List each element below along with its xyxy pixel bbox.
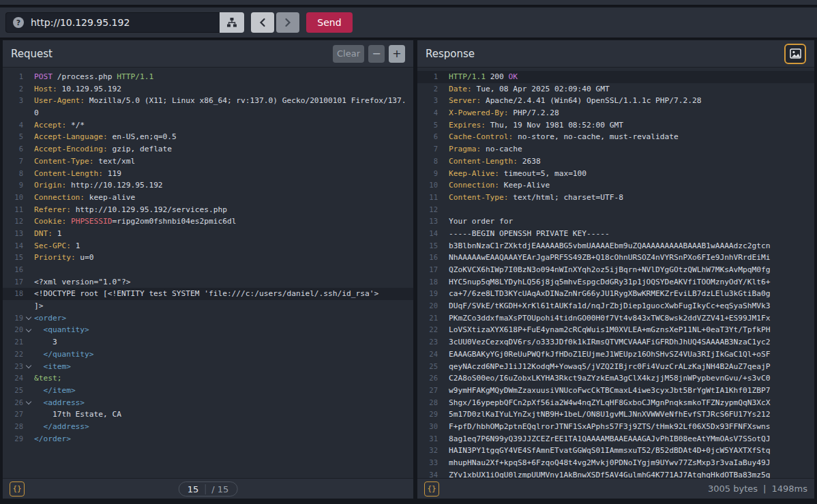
line-number: 19: [417, 288, 438, 300]
response-editor[interactable]: 1HTTP/1.1 200 OK2Date: Tue, 08 Apr 2025 …: [417, 68, 814, 478]
token: Apache/2.4.41 (Win64) OpenSSL/1.1.1c PHP…: [481, 96, 701, 105]
line-number: 11: [417, 192, 438, 204]
fold-spacer: [438, 469, 449, 478]
code-text: X-Powered-By: PHP/7.2.28: [449, 107, 814, 119]
line-number: 22: [417, 324, 438, 336]
code-text: LoVSXtizaXYX618P+FuE4ynam2cRCqWuis1M0XVL…: [449, 324, 814, 336]
pager-current[interactable]: 15: [188, 484, 206, 494]
font-increase-button[interactable]: +: [389, 45, 405, 63]
fold-spacer: [23, 155, 34, 168]
token: Pragma:: [449, 145, 481, 153]
line-number: 32: [417, 445, 438, 457]
fold-spacer: [23, 119, 34, 132]
window-top-strip: [0, 0, 817, 6]
code-text: qeyNAczd6NPeJ1iJ12KodqM+Yowaq5/jVZQ2IBjr…: [449, 361, 814, 373]
clear-button[interactable]: Clear: [333, 45, 364, 63]
token: 200: [486, 72, 509, 81]
code-text: EAAAGBAKyYGj0ReUuPWQfkJfHDoZ1EUjmeJ1WEUp…: [449, 349, 814, 361]
url-text[interactable]: http://10.129.95.192: [31, 17, 130, 28]
line-number: 14: [417, 228, 438, 240]
code-line: 26C2A8oS00eo/I6uZobxLKYHA3Rkct9aZYzkEmA3…: [417, 372, 814, 385]
request-pager[interactable]: 15 / 15: [179, 481, 238, 496]
fold-caret-icon[interactable]: [23, 312, 34, 325]
code-line: 3User-Agent: Mozilla/5.0 (X11; Linux x86…: [3, 95, 413, 107]
token: Mozilla/5.0 (X11; Linux x86_64; rv:137.0…: [85, 96, 406, 105]
font-decrease-button[interactable]: −: [368, 45, 385, 63]
token: DNT:: [34, 229, 53, 238]
history-back-button[interactable]: [251, 12, 274, 33]
code-line: 22LoVSXtizaXYX618P+FuE4ynam2cRCqWuis1M0X…: [417, 324, 814, 336]
token: 119: [103, 169, 121, 178]
line-number: 17: [417, 264, 438, 276]
prettify-request-button[interactable]: {}: [10, 481, 25, 496]
token: <item>: [34, 362, 71, 371]
history-forward-button[interactable]: [276, 12, 299, 33]
fold-spacer: [438, 168, 449, 180]
token: 8ag1eq7P6N99yQ39JJZCEZrEE1TA1QAAAAMBAAEA…: [449, 434, 770, 443]
code-text: <quantity>: [34, 324, 413, 336]
token: Cache-Control:: [449, 132, 513, 141]
fold-spacer: [438, 349, 449, 361]
fold-spacer: [438, 228, 449, 240]
token: NhAAAAAwEAAQAAAYEArJgaPRF5S49ZB+Q18cOhnU…: [449, 253, 770, 262]
line-number: 12: [417, 204, 438, 216]
line-number: 19: [3, 312, 23, 325]
url-input[interactable]: ? http://10.129.95.192: [5, 12, 220, 33]
code-line: 27w9ymHFAKgMQyDWmZzaxuusiVNUcoFwcCkTBCma…: [417, 385, 814, 397]
fold-spacer: [438, 71, 449, 83]
fold-spacer: [23, 71, 34, 83]
line-number: 15: [417, 240, 438, 252]
help-icon[interactable]: ?: [13, 17, 24, 28]
code-line: 33mhupHNau2Xf+kpqS8+6FzqoQ48t4vg2Mvkj0PD…: [417, 457, 814, 469]
code-text: 0: [34, 107, 413, 119]
line-number: 7: [3, 155, 23, 168]
token: C2A8oS00eo/I6uZobxLKYHA3Rkct9aZYzkEmA3gC…: [449, 374, 770, 383]
code-line: 4Accept: */*: [3, 119, 413, 132]
code-line: 0: [3, 107, 413, 119]
token: Referer:: [34, 205, 71, 214]
code-text: Sec-GPC: 1: [34, 240, 413, 252]
fold-caret-icon[interactable]: [23, 324, 34, 336]
code-text: [449, 204, 814, 216]
code-text: DNT: 1: [34, 228, 413, 240]
fold-spacer: [23, 372, 34, 385]
send-button[interactable]: Send: [306, 12, 353, 33]
line-number: 34: [417, 469, 438, 478]
token: 3: [34, 338, 57, 346]
fold-spacer: [438, 83, 449, 95]
token: </quantity>: [34, 350, 94, 359]
line-number: 26: [417, 372, 438, 385]
code-line: 233cUU0VezCezxqDV6rs/o333JDf0k1kIRmsQTVM…: [417, 336, 814, 349]
code-text: </address>: [34, 421, 413, 433]
sitemap-button[interactable]: [220, 12, 244, 33]
token: HYC5nup5qM8LYDyhLQ56j8jq5mhvEspgcDdGRy31…: [449, 278, 770, 286]
code-line: 8Content-Length: 119: [3, 168, 413, 180]
code-text: Content-Type: text/html; charset=UTF-8: [449, 192, 814, 204]
token: PKmZCo3ddxfmaXsPTOUpohi4tidnGO00H0f7Vt4v…: [449, 314, 770, 323]
code-text: Content-Length: 119: [34, 168, 413, 180]
token: Your order for: [449, 217, 513, 226]
line-number: 8: [417, 155, 438, 168]
line-number: 5: [417, 119, 438, 132]
code-line: 7Content-Type: text/xml: [3, 155, 413, 168]
line-number: 31: [417, 433, 438, 445]
render-image-button[interactable]: [784, 44, 806, 64]
token: http://10.129.95.192: [66, 181, 162, 190]
token: HTTP/1.1: [117, 72, 153, 81]
code-text: -----BEGIN OPENSSH PRIVATE KEY-----: [449, 228, 814, 240]
line-number: 3: [3, 95, 23, 107]
fold-spacer: [23, 300, 34, 312]
code-text: Server: Apache/2.4.41 (Win64) OpenSSL/1.…: [449, 95, 814, 107]
fold-caret-icon[interactable]: [23, 397, 34, 409]
token: HTTP/1.1: [449, 72, 486, 81]
prettify-response-button[interactable]: {}: [424, 481, 439, 496]
code-line: 24EAAAGBAKyYGj0ReUuPWQfkJfHDoZ1EUjmeJ1WE…: [417, 349, 814, 361]
token: Content-Type:: [449, 193, 509, 202]
token: Sec-GPC:: [34, 241, 71, 250]
code-line: 28 </address>: [3, 421, 413, 433]
code-text: <order>: [34, 312, 413, 325]
fold-caret-icon[interactable]: [23, 361, 34, 373]
code-text: POST /process.php HTTP/1.1: [34, 71, 413, 83]
request-editor[interactable]: 1POST /process.php HTTP/1.12Host: 10.129…: [3, 68, 413, 478]
token: 3cUU0VezCezxqDV6rs/o333JDf0k1kIRmsQTVMCV…: [449, 338, 770, 346]
